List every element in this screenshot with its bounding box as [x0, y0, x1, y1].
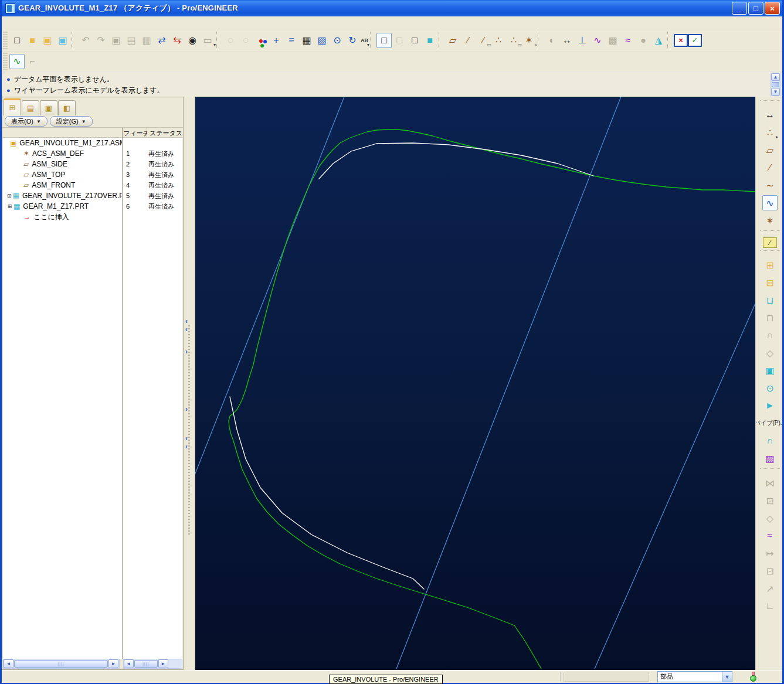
maximize-button[interactable]: □ — [748, 2, 763, 15]
model-analysis-icon[interactable]: ● — [636, 33, 651, 48]
selection-filter-combo[interactable]: 部品 ▼ — [657, 671, 732, 682]
slot-tool-icon[interactable]: ⊔ — [762, 292, 778, 308]
appearance-color-wheel-icon[interactable]: ● — [253, 33, 269, 48]
menu-item[interactable] — [24, 22, 33, 24]
scroll-up-icon[interactable]: ▲ — [771, 73, 780, 81]
sweep-tool-icon[interactable]: ► — [762, 398, 778, 413]
menu-item[interactable] — [15, 22, 24, 24]
save-file-icon[interactable]: ▣ — [55, 33, 70, 48]
pipe-tool-button[interactable]: パイプ(P)... — [756, 416, 783, 431]
expander-icon[interactable] — [17, 183, 22, 188]
point-display-icon[interactable]: ∴ — [491, 33, 506, 48]
mirror-tool-icon[interactable]: ⋈ — [762, 475, 778, 491]
splitter-handle[interactable] — [188, 325, 190, 535]
folder-browser-tab[interactable]: ▤ — [22, 100, 39, 115]
measure-distance-icon[interactable]: ↔ — [559, 33, 575, 48]
tree-item-label[interactable]: ASM_TOP — [32, 171, 65, 179]
collapse-left-icon[interactable]: ‹ — [185, 444, 188, 450]
copy-icon[interactable]: ▣ — [108, 33, 124, 48]
no-hidden-display-icon[interactable]: □ — [407, 33, 422, 48]
menu-item[interactable] — [43, 22, 52, 24]
wireframe-display-icon[interactable]: □ — [376, 33, 392, 48]
menu-item[interactable] — [5, 22, 15, 24]
custom-regenerate-icon[interactable]: ⇆ — [169, 33, 185, 48]
revolve-cut-icon[interactable]: ⊓ — [762, 310, 778, 325]
sketch-tool-icon[interactable]: ∕ — [763, 237, 777, 248]
annotation-icon[interactable]: AB▾ — [360, 33, 369, 48]
GEAR_INVOLUTE_M1_Z17.ASM[interactable]: ▣GEAR_INVOLUTE_M1_Z17.ASM — [3, 138, 182, 148]
menu-item[interactable] — [71, 22, 80, 24]
chevron-down-icon[interactable]: ▼ — [722, 672, 732, 682]
select-box-icon[interactable]: ▭▾ — [200, 33, 215, 48]
datum-axis-display-icon[interactable]: ∕ — [460, 33, 476, 48]
extrude-tool-icon[interactable]: ▣ — [762, 363, 778, 378]
geometry-check-icon[interactable]: ◮ — [651, 33, 666, 48]
model-tree-tab[interactable]: ⊞ — [4, 98, 21, 115]
datum-plane-display-icon[interactable]: ▱ — [445, 33, 460, 48]
tree-item-label[interactable]: GEAR_INVOLUTE_M1_Z17.ASM — [19, 139, 123, 147]
boundary-blend-icon[interactable]: ▨ — [762, 451, 778, 466]
scroll-thumb[interactable] — [772, 82, 779, 87]
new-file-icon[interactable]: □ — [9, 33, 25, 48]
ACS_ASM_DEF[interactable]: ✶ACS_ASM_DEF 1 再生済み — [3, 148, 182, 159]
minimize-button[interactable]: _ — [732, 2, 747, 15]
menu-item[interactable] — [52, 22, 62, 24]
zoom-region-icon[interactable]: ⊙ — [330, 33, 345, 48]
view-previous-icon[interactable]: ◌ — [223, 33, 238, 48]
GEAR_INVOLUTE_Z17OVER.PRT[interactable]: ⊞▦GEAR_INVOLUTE_Z17OVER.PRT 5 再生済み — [3, 190, 182, 201]
wrap-tool-icon[interactable]: ◇ — [762, 511, 778, 526]
menu-item[interactable] — [90, 22, 99, 24]
pipe-fitting-icon[interactable]: ⌐ — [25, 54, 40, 69]
tree-item-label[interactable]: ACS_ASM_DEF — [32, 149, 84, 158]
expander-icon[interactable]: ⊞ — [7, 193, 12, 199]
shaded-display-icon[interactable]: ■ — [422, 33, 437, 48]
find-icon[interactable]: ◉ — [185, 33, 200, 48]
datum-point-tool-icon[interactable]: ∴▸ — [762, 125, 778, 140]
tree-item-label[interactable]: ASM_FRONT — [32, 181, 75, 189]
view-manager-icon[interactable]: ▦ — [299, 33, 314, 48]
tree-item-label[interactable]: ここに挿入 — [33, 212, 69, 222]
menu-item[interactable] — [80, 22, 90, 24]
scroll-right-icon[interactable]: ► — [108, 659, 118, 668]
scroll-left-icon[interactable]: ◄ — [124, 659, 134, 668]
settings-dropdown-button[interactable]: 設定(G)▼ — [50, 116, 93, 127]
feature-number-column-header[interactable]: フィーチ... — [121, 128, 147, 137]
ここに挿入[interactable]: →ここに挿入 — [3, 212, 182, 222]
collapse-left-icon[interactable]: ‹ — [185, 318, 188, 324]
csys-tool-icon[interactable]: ✶ — [762, 213, 778, 228]
expander-icon[interactable] — [17, 172, 22, 178]
ASM_FRONT[interactable]: ▱ASM_FRONT 4 再生済み — [3, 180, 182, 190]
curve-tool-icon[interactable]: ∼ — [762, 178, 778, 193]
panel-splitter[interactable]: ‹ ‹ › › ‹ ‹ — [184, 97, 195, 670]
title-bar[interactable]: GEAR_INVOLUTE_M1_Z17 （アクティブ） - Pro/ENGIN… — [2, 0, 782, 16]
shaded-curvature-icon[interactable]: ≈ — [620, 33, 636, 48]
repaint-icon[interactable]: ▨ — [314, 33, 330, 48]
menu-item[interactable] — [99, 22, 108, 24]
ASM_SIDE[interactable]: ▱ASM_SIDE 2 再生済み — [3, 159, 182, 169]
graphics-viewport[interactable] — [195, 97, 755, 670]
reorient-view-icon[interactable]: ↻ — [345, 33, 360, 48]
axis-tag-display-icon[interactable]: ∕▭ — [476, 33, 491, 48]
swept-blend-icon[interactable]: ∩ — [762, 433, 778, 448]
layers-icon[interactable]: ≡ — [284, 33, 299, 48]
datum-axis-tool-icon[interactable]: ∕ — [762, 160, 778, 175]
undo-icon[interactable]: ↶ — [78, 33, 93, 48]
ASM_TOP[interactable]: ▱ASM_TOP 3 再生済み — [3, 169, 182, 180]
measure-transform-icon[interactable]: ⊥ — [575, 33, 590, 48]
csys-display-icon[interactable]: ✶× — [521, 33, 537, 48]
expander-icon[interactable] — [17, 215, 22, 220]
scroll-right-icon[interactable]: ► — [158, 659, 168, 668]
search-filter-icon[interactable] — [750, 672, 757, 682]
close-button[interactable]: × — [765, 2, 780, 15]
sketched-curve-icon[interactable]: ∿ — [9, 54, 25, 69]
style-tool-icon[interactable]: ≈ — [762, 528, 778, 543]
message-scrollbar[interactable]: ▲ ▼ — [771, 73, 780, 96]
tree-item-label[interactable]: ASM_SIDE — [32, 160, 67, 168]
open-windows-icon[interactable]: ✓ — [688, 34, 702, 47]
revolve-tool-icon[interactable]: ⊙ — [762, 380, 778, 396]
spin-pan-zoom-icon[interactable]: + — [269, 33, 284, 48]
open-in-session-icon[interactable]: ▣ — [40, 33, 55, 48]
curve-analysis-icon[interactable]: ∿ — [590, 33, 605, 48]
blend-cut-icon[interactable]: ◇ — [762, 345, 778, 360]
redo-icon[interactable]: ↷ — [93, 33, 108, 48]
